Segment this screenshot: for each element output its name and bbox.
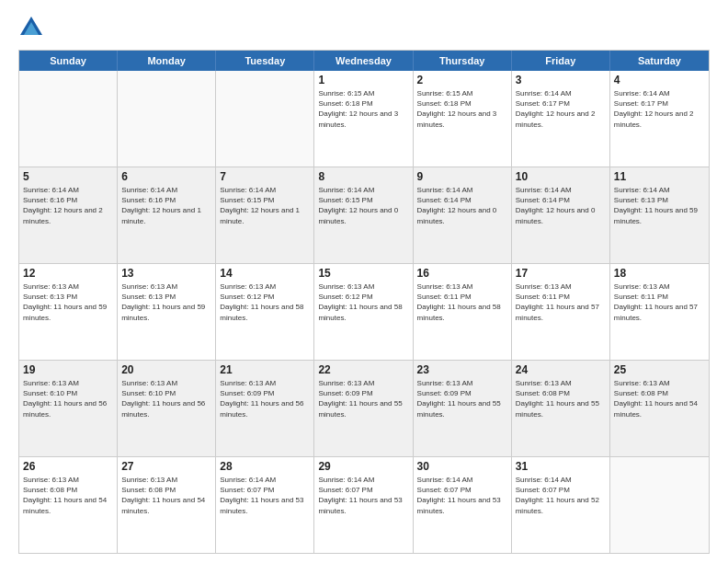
day-number: 22 [318,363,408,376]
cell-info: Sunrise: 6:13 AM Sunset: 6:08 PM Dayligh… [121,475,211,516]
day-number: 6 [121,170,211,183]
cell-info: Sunrise: 6:13 AM Sunset: 6:09 PM Dayligh… [417,378,507,419]
cell-info: Sunrise: 6:13 AM Sunset: 6:11 PM Dayligh… [516,282,606,323]
cal-row-4: 26Sunrise: 6:13 AM Sunset: 6:08 PM Dayli… [19,456,709,553]
cal-cell-day-20: 20Sunrise: 6:13 AM Sunset: 6:10 PM Dayli… [118,361,216,456]
cell-info: Sunrise: 6:14 AM Sunset: 6:16 PM Dayligh… [23,185,113,226]
day-number: 19 [23,363,113,376]
cal-cell-day-1: 1Sunrise: 6:15 AM Sunset: 6:18 PM Daylig… [314,71,413,167]
cell-info: Sunrise: 6:13 AM Sunset: 6:09 PM Dayligh… [318,378,408,419]
day-number: 2 [417,74,507,86]
cal-cell-day-27: 27Sunrise: 6:13 AM Sunset: 6:08 PM Dayli… [118,457,216,553]
day-number: 23 [417,363,507,376]
cal-cell-day-10: 10Sunrise: 6:14 AM Sunset: 6:14 PM Dayli… [512,167,610,263]
cell-info: Sunrise: 6:13 AM Sunset: 6:11 PM Dayligh… [614,282,705,323]
cal-cell-day-15: 15Sunrise: 6:13 AM Sunset: 6:12 PM Dayli… [314,264,413,360]
page: SundayMondayTuesdayWednesdayThursdayFrid… [0,0,728,563]
header-day-monday: Monday [118,51,216,71]
header-day-wednesday: Wednesday [314,51,413,71]
cal-cell-day-16: 16Sunrise: 6:13 AM Sunset: 6:11 PM Dayli… [414,264,512,360]
cal-cell-day-13: 13Sunrise: 6:13 AM Sunset: 6:13 PM Dayli… [118,264,216,360]
cal-cell-empty [19,71,118,167]
cal-cell-day-28: 28Sunrise: 6:14 AM Sunset: 6:07 PM Dayli… [216,457,314,553]
cell-info: Sunrise: 6:14 AM Sunset: 6:16 PM Dayligh… [121,185,211,226]
cell-info: Sunrise: 6:13 AM Sunset: 6:11 PM Dayligh… [417,282,507,323]
cal-cell-day-29: 29Sunrise: 6:14 AM Sunset: 6:07 PM Dayli… [314,457,413,553]
cal-cell-day-31: 31Sunrise: 6:14 AM Sunset: 6:07 PM Dayli… [512,457,610,553]
calendar-body: 1Sunrise: 6:15 AM Sunset: 6:18 PM Daylig… [19,71,709,553]
day-number: 15 [318,267,408,280]
header-day-saturday: Saturday [610,51,709,71]
day-number: 18 [614,267,705,280]
cal-cell-day-17: 17Sunrise: 6:13 AM Sunset: 6:11 PM Dayli… [512,264,610,360]
cal-row-0: 1Sunrise: 6:15 AM Sunset: 6:18 PM Daylig… [19,71,709,167]
cell-info: Sunrise: 6:15 AM Sunset: 6:18 PM Dayligh… [417,88,507,130]
day-number: 10 [516,170,606,183]
day-number: 5 [23,170,113,183]
cell-info: Sunrise: 6:14 AM Sunset: 6:17 PM Dayligh… [516,88,606,130]
calendar-header: SundayMondayTuesdayWednesdayThursdayFrid… [19,51,709,71]
cell-info: Sunrise: 6:13 AM Sunset: 6:13 PM Dayligh… [121,282,211,323]
cal-cell-day-4: 4Sunrise: 6:14 AM Sunset: 6:17 PM Daylig… [610,71,709,167]
cal-cell-day-8: 8Sunrise: 6:14 AM Sunset: 6:15 PM Daylig… [314,167,413,263]
cal-cell-day-11: 11Sunrise: 6:14 AM Sunset: 6:13 PM Dayli… [610,167,709,263]
cal-row-1: 5Sunrise: 6:14 AM Sunset: 6:16 PM Daylig… [19,167,709,263]
day-number: 14 [220,267,310,280]
cell-info: Sunrise: 6:14 AM Sunset: 6:07 PM Dayligh… [516,475,606,516]
header-day-tuesday: Tuesday [216,51,314,71]
cal-cell-day-18: 18Sunrise: 6:13 AM Sunset: 6:11 PM Dayli… [610,264,709,360]
day-number: 9 [417,170,507,183]
day-number: 24 [516,363,606,376]
cal-row-3: 19Sunrise: 6:13 AM Sunset: 6:10 PM Dayli… [19,360,709,456]
day-number: 17 [516,267,606,280]
cell-info: Sunrise: 6:14 AM Sunset: 6:15 PM Dayligh… [220,185,310,226]
cal-cell-day-6: 6Sunrise: 6:14 AM Sunset: 6:16 PM Daylig… [118,167,216,263]
cell-info: Sunrise: 6:13 AM Sunset: 6:12 PM Dayligh… [220,282,310,323]
day-number: 3 [516,74,606,86]
header [18,15,710,40]
cell-info: Sunrise: 6:14 AM Sunset: 6:14 PM Dayligh… [417,185,507,226]
cal-cell-day-22: 22Sunrise: 6:13 AM Sunset: 6:09 PM Dayli… [314,361,413,456]
cell-info: Sunrise: 6:14 AM Sunset: 6:13 PM Dayligh… [614,185,705,226]
cal-cell-day-5: 5Sunrise: 6:14 AM Sunset: 6:16 PM Daylig… [19,167,118,263]
cal-cell-day-7: 7Sunrise: 6:14 AM Sunset: 6:15 PM Daylig… [216,167,314,263]
day-number: 12 [23,267,113,280]
cell-info: Sunrise: 6:14 AM Sunset: 6:07 PM Dayligh… [318,475,408,516]
day-number: 31 [516,460,606,473]
cell-info: Sunrise: 6:13 AM Sunset: 6:10 PM Dayligh… [23,378,113,419]
cal-cell-day-2: 2Sunrise: 6:15 AM Sunset: 6:18 PM Daylig… [414,71,512,167]
cal-cell-day-26: 26Sunrise: 6:13 AM Sunset: 6:08 PM Dayli… [19,457,118,553]
cal-cell-day-3: 3Sunrise: 6:14 AM Sunset: 6:17 PM Daylig… [512,71,610,167]
cal-cell-day-23: 23Sunrise: 6:13 AM Sunset: 6:09 PM Dayli… [414,361,512,456]
cell-info: Sunrise: 6:14 AM Sunset: 6:14 PM Dayligh… [516,185,606,226]
cal-cell-day-25: 25Sunrise: 6:13 AM Sunset: 6:08 PM Dayli… [610,361,709,456]
cell-info: Sunrise: 6:13 AM Sunset: 6:12 PM Dayligh… [318,282,408,323]
day-number: 28 [220,460,310,473]
cell-info: Sunrise: 6:14 AM Sunset: 6:15 PM Dayligh… [318,185,408,226]
header-day-thursday: Thursday [414,51,512,71]
cal-row-2: 12Sunrise: 6:13 AM Sunset: 6:13 PM Dayli… [19,263,709,360]
cal-cell-day-14: 14Sunrise: 6:13 AM Sunset: 6:12 PM Dayli… [216,264,314,360]
day-number: 7 [220,170,310,183]
logo [18,15,48,40]
day-number: 4 [614,74,705,86]
day-number: 21 [220,363,310,376]
cal-cell-day-19: 19Sunrise: 6:13 AM Sunset: 6:10 PM Dayli… [19,361,118,456]
day-number: 27 [121,460,211,473]
day-number: 16 [417,267,507,280]
day-number: 29 [318,460,408,473]
cal-cell-day-9: 9Sunrise: 6:14 AM Sunset: 6:14 PM Daylig… [414,167,512,263]
cell-info: Sunrise: 6:14 AM Sunset: 6:17 PM Dayligh… [614,88,705,130]
day-number: 25 [614,363,705,376]
logo-icon [18,15,44,40]
cal-cell-day-30: 30Sunrise: 6:14 AM Sunset: 6:07 PM Dayli… [414,457,512,553]
cal-cell-day-24: 24Sunrise: 6:13 AM Sunset: 6:08 PM Dayli… [512,361,610,456]
cell-info: Sunrise: 6:13 AM Sunset: 6:08 PM Dayligh… [614,378,705,419]
cell-info: Sunrise: 6:13 AM Sunset: 6:09 PM Dayligh… [220,378,310,419]
header-day-friday: Friday [512,51,610,71]
day-number: 30 [417,460,507,473]
cal-cell-day-12: 12Sunrise: 6:13 AM Sunset: 6:13 PM Dayli… [19,264,118,360]
cell-info: Sunrise: 6:13 AM Sunset: 6:13 PM Dayligh… [23,282,113,323]
cal-cell-empty [610,457,709,553]
header-day-sunday: Sunday [19,51,118,71]
